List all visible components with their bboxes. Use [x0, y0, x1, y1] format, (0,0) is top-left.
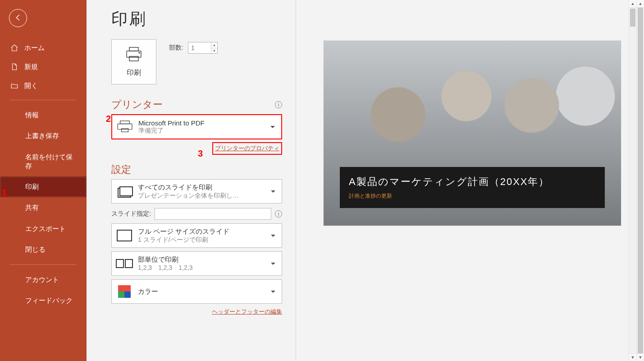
sidebar-item-save[interactable]: 上書き保存 — [0, 125, 87, 146]
dropdown-line2: 1,2,3 1,2,3 1,2,3 — [138, 264, 265, 272]
section-title-text: 設定 — [111, 163, 131, 176]
sidebar-item-label: ホーム — [24, 44, 45, 52]
preview-vertical-scrollbar[interactable]: ▲ ▼ — [629, 0, 636, 361]
slide-subtitle: 計画と進捗の更新 — [349, 192, 596, 200]
svg-point-3 — [139, 52, 140, 53]
slide-title-band: A製品のマーケティング計画（20XX年） 計画と進捗の更新 — [340, 167, 605, 208]
sidebar-item-close[interactable]: 閉じる — [0, 239, 87, 260]
info-icon[interactable]: i — [275, 210, 282, 218]
printer-properties-link[interactable]: プリンターのプロパティ — [212, 142, 282, 155]
callout-marker-3: 3 — [198, 148, 203, 159]
chevron-down-icon — [271, 235, 275, 237]
copies-spinner[interactable]: ▲ ▼ — [188, 42, 218, 54]
scroll-up-button[interactable]: ▲ — [629, 0, 636, 8]
svg-rect-0 — [129, 47, 138, 51]
svg-rect-6 — [122, 129, 128, 132]
printer-properties-link-wrap: プリンターのプロパティ — [111, 142, 282, 155]
dropdown-line1: 部単位で印刷 — [138, 255, 265, 264]
sidebar-item-save-as[interactable]: 名前を付けて保存 — [0, 147, 87, 177]
edit-header-footer-link[interactable]: ヘッダーとフッターの編集 — [212, 308, 282, 315]
copies-step-up[interactable]: ▲ — [211, 42, 217, 48]
printer-dropdown[interactable]: Microsoft Print to PDF 準備完了 — [111, 114, 282, 139]
copies-label: 部数: — [169, 44, 183, 52]
folder-open-icon — [10, 81, 19, 90]
sidebar-item-label: エクスポート — [25, 225, 66, 232]
sidebar-item-label: 開く — [24, 82, 38, 90]
printer-icon — [125, 46, 143, 65]
dropdown-line1: すべてのスライドを印刷 — [138, 183, 265, 192]
page-title: 印刷 — [111, 8, 282, 30]
backstage-sidebar: ホーム 新規 開く 情報 上書き保存 名前を付けて保存 印刷 共有 エクスポート… — [0, 0, 87, 361]
slide-range-label: スライド指定: — [111, 210, 151, 218]
sidebar-item-info[interactable]: 情報 — [0, 105, 87, 125]
sidebar-item-home[interactable]: ホーム — [0, 38, 87, 57]
layout-dropdown[interactable]: フル ページ サイズのスライド 1 スライド/ページで印刷 — [111, 223, 282, 248]
scroll-down-button[interactable]: ▼ — [637, 353, 644, 361]
new-file-icon — [10, 62, 19, 71]
printer-status: 準備完了 — [138, 127, 264, 135]
scroll-track[interactable] — [629, 8, 636, 353]
sidebar-divider — [10, 100, 77, 100]
sidebar-item-label: 新規 — [24, 63, 38, 71]
print-backstage: 印刷 印刷 部数: ▲ — [87, 0, 644, 361]
header-footer-link-wrap: ヘッダーとフッターの編集 — [111, 307, 282, 316]
home-icon — [10, 43, 19, 52]
sidebar-item-label: 共有 — [25, 204, 39, 211]
info-icon[interactable]: i — [275, 101, 282, 108]
sidebar-item-share[interactable]: 共有 — [0, 197, 87, 218]
print-button-label: 印刷 — [127, 68, 141, 78]
printer-icon — [116, 118, 134, 136]
sidebar-item-label: 上書き保存 — [25, 132, 59, 139]
slide-range-input[interactable] — [155, 208, 271, 220]
scroll-up-button[interactable]: ▲ — [637, 0, 644, 8]
copies-step-down[interactable]: ▼ — [211, 48, 217, 54]
sidebar-item-new[interactable]: 新規 — [0, 57, 87, 76]
sidebar-divider — [10, 264, 77, 265]
scroll-thumb[interactable] — [630, 9, 635, 27]
scroll-thumb[interactable] — [638, 8, 643, 353]
color-icon — [115, 282, 133, 301]
callout-marker-1: 1 — [2, 187, 7, 198]
print-settings-pane: 印刷 印刷 部数: ▲ — [87, 0, 296, 361]
chevron-down-icon — [271, 263, 275, 265]
settings-section-title: 設定 — [111, 163, 282, 176]
full-page-icon — [115, 227, 133, 245]
slide-preview: A製品のマーケティング計画（20XX年） 計画と進捗の更新 — [324, 41, 621, 226]
back-button[interactable] — [9, 9, 27, 27]
window-vertical-scrollbar[interactable]: ▲ ▼ — [636, 0, 644, 361]
sidebar-item-feedback[interactable]: フィードバック — [0, 290, 87, 311]
chevron-down-icon — [270, 126, 275, 128]
printer-name: Microsoft Print to PDF — [138, 119, 264, 127]
print-preview-pane: A製品のマーケティング計画（20XX年） 計画と進捗の更新 — [296, 0, 644, 361]
svg-rect-4 — [120, 121, 130, 124]
slide-title: A製品のマーケティング計画（20XX年） — [349, 175, 596, 189]
printer-section-title: プリンター i — [111, 98, 282, 111]
sidebar-item-label: フィードバック — [25, 296, 73, 304]
color-dropdown[interactable]: カラー — [111, 279, 282, 304]
sidebar-item-export[interactable]: エクスポート — [0, 218, 87, 239]
sidebar-item-label: 情報 — [25, 111, 39, 119]
dropdown-line2: プレゼンテーション全体を印刷し… — [138, 192, 265, 200]
dropdown-line1: フル ページ サイズのスライド — [138, 227, 265, 236]
sidebar-item-label: アカウント — [25, 276, 59, 283]
collate-icon — [115, 255, 133, 273]
all-slides-icon — [115, 182, 133, 200]
chevron-down-icon — [271, 291, 275, 293]
scroll-down-button[interactable]: ▼ — [629, 353, 636, 361]
section-title-text: プリンター — [111, 98, 163, 111]
print-range-dropdown[interactable]: すべてのスライドを印刷 プレゼンテーション全体を印刷し… — [111, 179, 282, 204]
back-arrow-icon — [14, 14, 22, 23]
collate-dropdown[interactable]: 部単位で印刷 1,2,3 1,2,3 1,2,3 — [111, 251, 282, 276]
slide-range-field: スライド指定: i — [111, 208, 282, 220]
sidebar-item-account[interactable]: アカウント — [0, 269, 87, 290]
sidebar-item-print[interactable]: 印刷 — [0, 176, 87, 197]
print-button[interactable]: 印刷 — [111, 39, 156, 84]
chevron-down-icon — [271, 190, 275, 193]
dropdown-line2: 1 スライド/ページで印刷 — [138, 236, 265, 244]
sidebar-item-open[interactable]: 開く — [0, 76, 87, 95]
copies-input[interactable] — [188, 42, 211, 53]
scroll-track[interactable] — [637, 8, 644, 353]
sidebar-item-label: 印刷 — [25, 183, 39, 190]
copies-field: 部数: ▲ ▼ — [169, 42, 218, 54]
callout-marker-2: 2 — [106, 114, 111, 124]
